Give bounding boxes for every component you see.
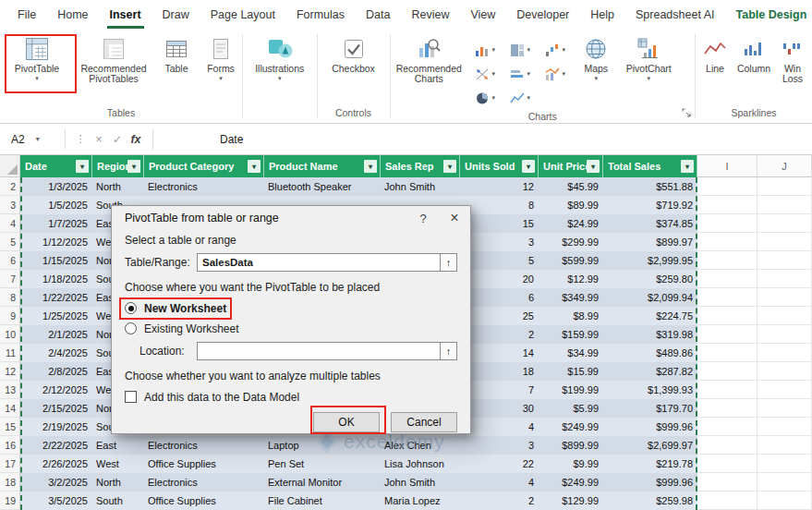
range-picker-button[interactable]: ↑ [441, 342, 457, 360]
radio-selected-icon[interactable] [125, 302, 137, 314]
cell-j[interactable] [757, 492, 812, 510]
cell-total[interactable]: $319.98 [603, 325, 697, 344]
tab-developer[interactable]: Developer [514, 0, 572, 30]
maps-button[interactable]: Maps ▾ [573, 33, 619, 81]
cell-date[interactable]: 3/5/2025 [20, 492, 92, 510]
existing-worksheet-option[interactable]: Existing Worksheet [125, 322, 457, 335]
location-input[interactable] [197, 342, 441, 360]
cell-i[interactable] [697, 381, 757, 399]
cell-price[interactable]: $349.99 [539, 288, 603, 307]
cell-date[interactable]: 2/15/2025 [20, 399, 92, 418]
cell-j[interactable] [757, 455, 812, 473]
cell-product[interactable]: File Cabinet [264, 492, 381, 510]
cell-price[interactable]: $199.99 [539, 381, 603, 399]
column-header-product-name[interactable]: Product Name ▾ [264, 155, 381, 177]
radio-unselected-icon[interactable] [125, 322, 137, 334]
cell-rep[interactable]: Maria Lopez [381, 492, 460, 510]
cell-total[interactable]: $489.86 [603, 344, 697, 362]
insert-function-icon[interactable]: fx [127, 133, 145, 146]
cell-total[interactable]: $551.88 [603, 177, 697, 196]
cell-rep[interactable]: John Smith [381, 177, 460, 196]
cell-i[interactable] [697, 196, 757, 214]
filter-icon[interactable]: ▾ [443, 160, 456, 173]
select-all-corner[interactable] [0, 155, 20, 177]
row-number[interactable]: 6 [0, 251, 20, 270]
tab-file[interactable]: File [15, 0, 39, 30]
cell-region[interactable]: West [92, 455, 144, 473]
insert-waterfall-chart-button[interactable]: ▾ [538, 38, 573, 62]
cell-rep[interactable]: Lisa Johnson [381, 455, 460, 473]
cell-category[interactable]: Office Supplies [144, 455, 264, 473]
cell-i[interactable] [697, 325, 757, 344]
row-number[interactable]: 15 [0, 418, 20, 436]
cell-price[interactable]: $89.99 [539, 196, 603, 214]
cell-i[interactable] [697, 214, 757, 233]
cell-total[interactable]: $374.85 [603, 214, 697, 233]
column-header-units-sold[interactable]: Units Sold ▾ [460, 155, 539, 177]
cell-units[interactable]: 8 [460, 196, 539, 214]
column-header-sales-rep[interactable]: Sales Rep ▾ [381, 155, 460, 177]
insert-pie-chart-button[interactable]: ▾ [467, 86, 503, 110]
cell-price[interactable]: $899.99 [539, 436, 603, 455]
filter-icon[interactable]: ▾ [76, 160, 89, 173]
cell-j[interactable] [757, 177, 812, 196]
close-icon[interactable]: × [439, 206, 470, 230]
cell-j[interactable] [757, 288, 812, 307]
cell-units[interactable]: 5 [460, 251, 539, 270]
insert-scatter-chart-button[interactable]: ▾ [467, 62, 503, 86]
forms-button[interactable]: Forms ▾ [200, 33, 242, 81]
dialog-title-bar[interactable]: PivotTable from table or range ? × [112, 206, 470, 230]
row-number[interactable]: 17 [0, 455, 20, 473]
cell-j[interactable] [757, 214, 812, 233]
illustrations-button[interactable]: Illustrations ▾ [245, 33, 315, 81]
cell-units[interactable]: 3 [460, 233, 539, 251]
row-number[interactable]: 8 [0, 288, 20, 307]
recommended-pivottables-button[interactable]: Recommended PivotTables [74, 33, 153, 84]
tab-help[interactable]: Help [588, 0, 617, 30]
cell-units[interactable]: 12 [460, 177, 539, 196]
cell-j[interactable] [757, 270, 812, 288]
cell-i[interactable] [697, 455, 757, 473]
cancel-entry-icon[interactable]: × [90, 133, 108, 146]
formula-bar-content[interactable]: Date [161, 133, 243, 146]
tab-draw[interactable]: Draw [160, 0, 192, 30]
row-number[interactable]: 12 [0, 362, 20, 381]
cell-j[interactable] [757, 344, 812, 362]
cell-j[interactable] [757, 362, 812, 381]
cell-j[interactable] [757, 399, 812, 418]
row-number[interactable]: 19 [0, 492, 20, 510]
insert-line-chart-button[interactable]: ▾ [503, 86, 538, 110]
cell-j[interactable] [757, 381, 812, 399]
cell-j[interactable] [757, 307, 812, 325]
row-number[interactable]: 5 [0, 233, 20, 251]
help-icon[interactable]: ? [407, 206, 439, 230]
range-picker-button[interactable]: ↑ [441, 253, 457, 272]
filter-icon[interactable]: ▾ [127, 160, 140, 173]
name-box[interactable]: A2 ▾ [0, 124, 57, 154]
cell-price[interactable]: $15.99 [539, 362, 603, 381]
cell-date[interactable]: 2/4/2025 [20, 344, 92, 362]
cell-i[interactable] [697, 473, 757, 492]
cell-total[interactable]: $899.97 [603, 233, 697, 251]
checkbox-control-button[interactable]: Checkbox [321, 33, 386, 74]
row-number[interactable]: 4 [0, 214, 20, 233]
cell-date[interactable]: 1/7/2025 [20, 214, 92, 233]
cell-category[interactable]: Office Supplies [144, 492, 264, 510]
row-number[interactable]: 10 [0, 325, 20, 344]
table-button[interactable]: Table [153, 33, 200, 74]
cell-date[interactable]: 1/25/2025 [20, 307, 92, 325]
cell-date[interactable]: 3/2/2025 [20, 473, 92, 492]
cell-category[interactable]: Electronics [144, 436, 264, 455]
cell-j[interactable] [757, 251, 812, 270]
pivottable-button[interactable]: PivotTable ▾ [0, 33, 74, 81]
cell-price[interactable]: $45.99 [539, 177, 603, 196]
column-header-total-sales[interactable]: Total Sales ▾ [603, 155, 697, 177]
row-number[interactable]: 13 [0, 381, 20, 399]
cell-i[interactable] [697, 251, 757, 270]
cell-region[interactable]: South [92, 492, 144, 510]
pivotchart-button[interactable]: PivotChart ▾ [619, 33, 678, 81]
sparkline-line-button[interactable]: Line [696, 33, 734, 74]
cell-price[interactable]: $8.99 [539, 307, 603, 325]
cell-date[interactable]: 2/22/2025 [20, 436, 92, 455]
tab-formulas[interactable]: Formulas [294, 0, 347, 30]
